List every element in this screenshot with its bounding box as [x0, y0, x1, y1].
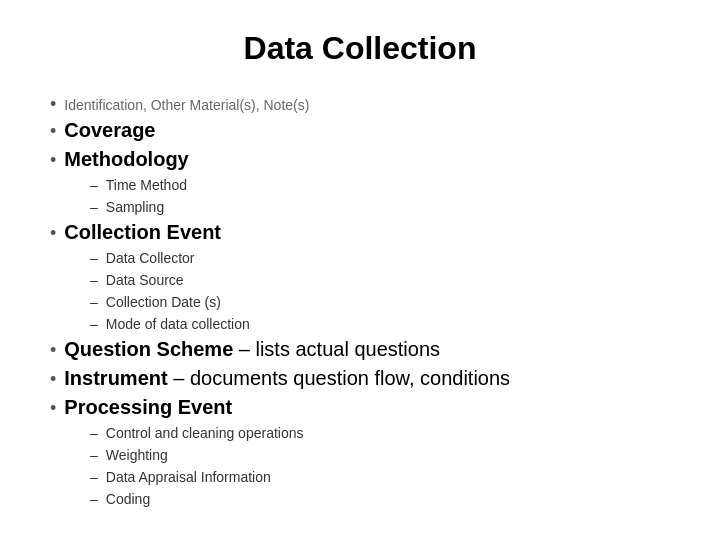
dash-icon: – — [90, 272, 98, 288]
methodology-label: Methodology — [64, 148, 188, 171]
coverage-label: Coverage — [64, 119, 155, 142]
sub-coding: – Coding — [90, 491, 670, 507]
bullet-question-scheme: • Question Scheme – lists actual questio… — [50, 338, 670, 361]
sub-mode-of-data: – Mode of data collection — [90, 316, 670, 332]
question-scheme-normal: – lists actual questions — [233, 338, 440, 360]
bullet-icon: • — [50, 399, 56, 417]
bullet-icon: • — [50, 341, 56, 359]
processing-event-label: Processing Event — [64, 396, 232, 419]
data-collector-label: Data Collector — [106, 250, 195, 266]
bullet-icon: • — [50, 122, 56, 140]
instrument-bold: Instrument — [64, 367, 167, 389]
dash-icon: – — [90, 250, 98, 266]
bullet-processing-event: • Processing Event — [50, 396, 670, 419]
dash-icon: – — [90, 316, 98, 332]
bullet-methodology: • Methodology — [50, 148, 670, 171]
time-method-label: Time Method — [106, 177, 187, 193]
sub-sampling: – Sampling — [90, 199, 670, 215]
instrument-label: Instrument – documents question flow, co… — [64, 367, 510, 390]
bullet-icon: • — [50, 151, 56, 169]
sub-time-method: – Time Method — [90, 177, 670, 193]
content-area: • Identification, Other Material(s), Not… — [50, 95, 670, 509]
page-title: Data Collection — [50, 30, 670, 67]
sub-collection-date: – Collection Date (s) — [90, 294, 670, 310]
coding-label: Coding — [106, 491, 150, 507]
bullet-instrument: • Instrument – documents question flow, … — [50, 367, 670, 390]
bullet-collection-event: • Collection Event — [50, 221, 670, 244]
sub-control-cleaning: – Control and cleaning operations — [90, 425, 670, 441]
sampling-label: Sampling — [106, 199, 164, 215]
data-source-label: Data Source — [106, 272, 184, 288]
question-scheme-bold: Question Scheme — [64, 338, 233, 360]
dash-icon: – — [90, 199, 98, 215]
processing-event-bold: Processing Event — [64, 396, 232, 418]
control-cleaning-label: Control and cleaning operations — [106, 425, 304, 441]
bullet-coverage: • Coverage — [50, 119, 670, 142]
bullet-icon: • — [50, 95, 56, 113]
sub-weighting: – Weighting — [90, 447, 670, 463]
question-scheme-label: Question Scheme – lists actual questions — [64, 338, 440, 361]
sub-data-source: – Data Source — [90, 272, 670, 288]
sub-data-collector: – Data Collector — [90, 250, 670, 266]
collection-event-label: Collection Event — [64, 221, 221, 244]
weighting-label: Weighting — [106, 447, 168, 463]
identification-label: Identification, Other Material(s), Note(… — [64, 97, 309, 113]
bullet-identification: • Identification, Other Material(s), Not… — [50, 95, 670, 113]
dash-icon: – — [90, 491, 98, 507]
page: Data Collection • Identification, Other … — [0, 0, 720, 540]
dash-icon: – — [90, 177, 98, 193]
collection-date-label: Collection Date (s) — [106, 294, 221, 310]
bullet-icon: • — [50, 370, 56, 388]
dash-icon: – — [90, 447, 98, 463]
data-appraisal-label: Data Appraisal Information — [106, 469, 271, 485]
mode-of-data-label: Mode of data collection — [106, 316, 250, 332]
dash-icon: – — [90, 294, 98, 310]
instrument-normal: – documents question flow, conditions — [168, 367, 510, 389]
dash-icon: – — [90, 469, 98, 485]
dash-icon: – — [90, 425, 98, 441]
bullet-icon: • — [50, 224, 56, 242]
sub-data-appraisal: – Data Appraisal Information — [90, 469, 670, 485]
